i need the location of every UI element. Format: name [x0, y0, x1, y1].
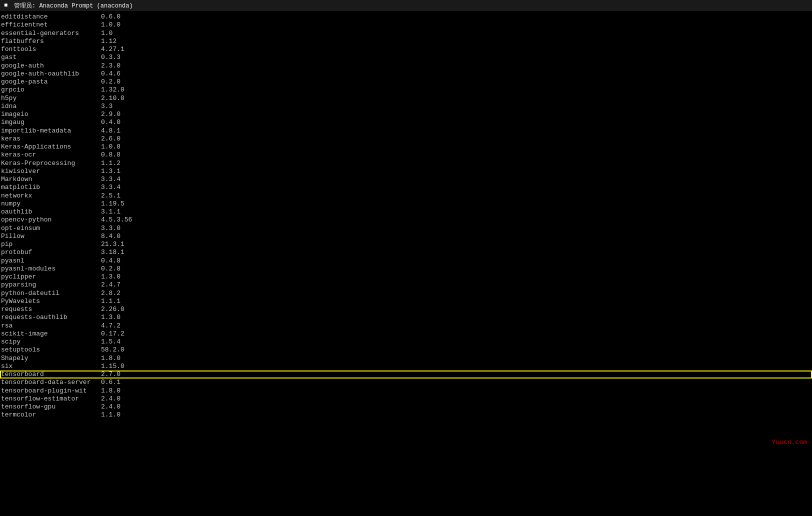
- package-name: networkx: [1, 192, 101, 200]
- package-version: 2.26.0: [101, 306, 124, 314]
- package-name: scipy: [1, 338, 101, 346]
- package-name: Keras-Preprocessing: [1, 160, 101, 168]
- package-row: essential-generators1.0: [0, 30, 812, 38]
- package-version: 21.3.1: [101, 240, 124, 248]
- package-name: importlib-metadata: [1, 127, 101, 135]
- package-name: imageio: [1, 110, 101, 118]
- package-name: tensorboard-data-server: [1, 378, 101, 386]
- package-version: 1.15.0: [101, 362, 124, 370]
- package-name: fonttools: [1, 46, 101, 54]
- package-version: 2.7.0: [101, 370, 120, 378]
- package-name: Keras-Applications: [1, 143, 101, 151]
- package-version: 0.6.0: [101, 13, 120, 21]
- package-version: 8.4.0: [101, 232, 120, 240]
- package-version: 1.3.0: [101, 273, 120, 281]
- package-row: keras-ocr0.8.8: [0, 151, 812, 159]
- package-row: scipy1.5.4: [0, 338, 812, 346]
- package-version: 0.4.6: [101, 70, 120, 78]
- package-row: tensorflow-gpu2.4.0: [0, 403, 812, 411]
- package-row: requests-oauthlib1.3.0: [0, 314, 812, 322]
- package-version: 2.4.0: [101, 403, 120, 411]
- package-version: 4.7.2: [101, 322, 120, 330]
- package-name: pyclipper: [1, 273, 101, 281]
- package-row: tensorboard2.7.0: [0, 370, 812, 378]
- package-version: 2.4.0: [101, 395, 120, 403]
- package-version: 0.4.8: [101, 257, 120, 265]
- package-version: 2.10.0: [101, 94, 124, 102]
- package-version: 1.32.0: [101, 86, 124, 94]
- package-row: editdistance0.6.0: [0, 13, 812, 21]
- package-name: Shapely: [1, 354, 101, 362]
- package-name: idna: [1, 102, 101, 110]
- package-row: pyasnl-modules0.2.8: [0, 265, 812, 273]
- package-version: 1.0.0: [101, 21, 120, 29]
- package-version: 1.1.2: [101, 160, 120, 168]
- package-name: requests-oauthlib: [1, 314, 101, 322]
- package-row: six1.15.0: [0, 362, 812, 370]
- package-version: 0.6.1: [101, 378, 120, 386]
- package-version: 0.4.0: [101, 118, 120, 126]
- package-row: setuptools58.2.0: [0, 346, 812, 354]
- package-row: grpcio1.32.0: [0, 86, 812, 94]
- package-version: 1.12: [101, 38, 116, 46]
- package-name: tensorflow-gpu: [1, 403, 101, 411]
- package-version: 0.3.3: [101, 54, 120, 62]
- package-version: 1.1.0: [101, 411, 120, 419]
- package-version: 2.4.7: [101, 281, 120, 289]
- package-row: pip21.3.1: [0, 240, 812, 248]
- package-name: pyasnl: [1, 257, 101, 265]
- package-name: efficientnet: [1, 21, 101, 29]
- package-version: 0.2.8: [101, 265, 120, 273]
- package-row: h5py2.10.0: [0, 94, 812, 102]
- package-version: 0.8.8: [101, 151, 120, 159]
- package-version: 3.3.4: [101, 184, 120, 192]
- package-name: kiwisolver: [1, 168, 101, 176]
- package-row: Pillow8.4.0: [0, 232, 812, 240]
- package-version: 4.5.3.56: [101, 216, 132, 224]
- package-row: Markdown3.3.4: [0, 176, 812, 184]
- package-row: kiwisolver1.3.1: [0, 168, 812, 176]
- package-version: 1.3.0: [101, 314, 120, 322]
- package-name: matplotlib: [1, 184, 101, 192]
- package-name: google-auth-oauthlib: [1, 70, 101, 78]
- package-version: 2.6.0: [101, 135, 120, 143]
- package-row: keras2.6.0: [0, 135, 812, 143]
- package-row: flatbuffers1.12: [0, 38, 812, 46]
- package-row: google-auth2.3.0: [0, 62, 812, 70]
- package-row: termcolor1.1.0: [0, 411, 812, 419]
- package-name: Markdown: [1, 176, 101, 184]
- package-row: google-pasta0.2.0: [0, 78, 812, 86]
- package-name: python-dateutil: [1, 290, 101, 298]
- package-row: Keras-Preprocessing1.1.2: [0, 160, 812, 168]
- package-row: PyWavelets1.1.1: [0, 298, 812, 306]
- package-row: efficientnet1.0.0: [0, 21, 812, 29]
- package-version: 1.1.1: [101, 298, 120, 306]
- package-name: opencv-python: [1, 216, 101, 224]
- package-row: imgaug0.4.0: [0, 118, 812, 126]
- package-name: tensorboard-plugin-wit: [1, 387, 101, 395]
- package-row: networkx2.5.1: [0, 192, 812, 200]
- package-name: pyparsing: [1, 281, 101, 289]
- terminal-content: editdistance0.6.0efficientnet1.0.0essent…: [0, 11, 812, 422]
- package-row: matplotlib3.3.4: [0, 184, 812, 192]
- package-row: pyparsing2.4.7: [0, 281, 812, 289]
- package-name: setuptools: [1, 346, 101, 354]
- package-version: 3.1.1: [101, 208, 120, 216]
- title-bar-label: 管理员: Anaconda Prompt (anaconda): [14, 2, 133, 10]
- package-name: rsa: [1, 322, 101, 330]
- package-name: scikit-image: [1, 330, 101, 338]
- package-name: google-auth: [1, 62, 101, 70]
- package-version: 1.3.1: [101, 168, 120, 176]
- package-row: Keras-Applications1.0.8: [0, 143, 812, 151]
- package-row: protobuf3.18.1: [0, 248, 812, 256]
- package-version: 3.3.4: [101, 176, 120, 184]
- package-version: 1.5.4: [101, 338, 120, 346]
- package-name: essential-generators: [1, 30, 101, 38]
- package-name: editdistance: [1, 13, 101, 21]
- package-row: numpy1.19.5: [0, 200, 812, 208]
- package-version: 1.0: [101, 30, 112, 38]
- package-version: 2.3.0: [101, 62, 120, 70]
- package-version: 2.9.0: [101, 110, 120, 118]
- package-name: tensorboard: [1, 370, 101, 378]
- package-row: fonttools4.27.1: [0, 46, 812, 54]
